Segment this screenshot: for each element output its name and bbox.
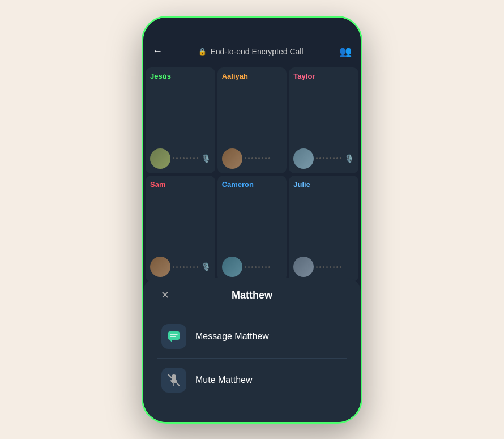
header-title-area: 🔒 End-to-end Encrypted Call: [198, 47, 303, 56]
avatar-cameron: [222, 257, 242, 277]
participant-bottom-cameron: [222, 257, 283, 277]
avatar-julie: [293, 257, 314, 277]
dots-cameron: [242, 266, 283, 268]
mute-label: Mute Matthew: [195, 375, 252, 385]
participant-name-cameron: Cameron: [222, 180, 283, 189]
back-button[interactable]: ←: [152, 45, 163, 57]
sheet-header: ✕ Matthew: [157, 289, 347, 301]
participant-cell-aaliyah[interactable]: Aaliyah: [217, 67, 287, 173]
participant-cell-sam[interactable]: Sam🎙️: [146, 176, 215, 282]
participant-cell-cameron[interactable]: Cameron: [217, 176, 287, 282]
participant-name-aaliyah: Aaliyah: [222, 72, 283, 80]
status-bar: [143, 18, 361, 38]
mic-off-icon-sam: 🎙️: [201, 262, 211, 271]
participant-bottom-julie: [293, 257, 354, 277]
dots-julie: [314, 266, 354, 268]
message-icon: [161, 324, 186, 349]
mic-off-icon-taylor: 🎙️: [344, 154, 354, 163]
participant-bottom-aaliyah: [222, 148, 283, 169]
participant-cell-jesus[interactable]: Jesús🎙️: [146, 67, 215, 173]
mic-off-icon-jesus: 🎙️: [201, 154, 211, 163]
avatar-taylor: [293, 148, 314, 169]
participant-cell-julie[interactable]: Julie: [289, 176, 358, 282]
svg-rect-0: [168, 331, 180, 340]
participants-button[interactable]: 👥: [339, 45, 352, 58]
dots-taylor: [314, 157, 344, 159]
participant-cell-taylor[interactable]: Taylor🎙️: [289, 67, 358, 173]
participant-name-jesus: Jesús: [150, 72, 211, 80]
call-header: ← 🔒 End-to-end Encrypted Call 👥: [143, 38, 361, 65]
participant-bottom-jesus: 🎙️: [150, 148, 211, 169]
sheet-title: Matthew: [232, 289, 272, 301]
sheet-actions: Message Matthew Mute Matthew: [157, 315, 347, 402]
mute-icon: [161, 368, 186, 393]
close-sheet-button[interactable]: ✕: [157, 287, 173, 303]
participant-name-julie: Julie: [293, 180, 354, 189]
context-menu-sheet: ✕ Matthew Message Matthew Mute Matthew: [143, 278, 361, 422]
dots-sam: [170, 266, 201, 268]
participant-name-sam: Sam: [150, 180, 211, 189]
avatar-aaliyah: [222, 148, 242, 169]
action-mute[interactable]: Mute Matthew: [157, 358, 347, 402]
dots-aaliyah: [242, 157, 283, 159]
message-label: Message Matthew: [195, 331, 269, 342]
participant-name-taylor: Taylor: [293, 72, 354, 80]
call-title: End-to-end Encrypted Call: [210, 47, 303, 56]
avatar-jesus: [150, 148, 170, 169]
avatar-sam: [150, 257, 170, 277]
action-message[interactable]: Message Matthew: [157, 315, 347, 358]
participant-bottom-taylor: 🎙️: [293, 148, 354, 169]
lock-icon: 🔒: [198, 48, 207, 56]
dots-jesus: [170, 157, 201, 159]
phone-frame: ← 🔒 End-to-end Encrypted Call 👥 Jesús🎙️A…: [142, 16, 362, 424]
participant-bottom-sam: 🎙️: [150, 257, 211, 277]
